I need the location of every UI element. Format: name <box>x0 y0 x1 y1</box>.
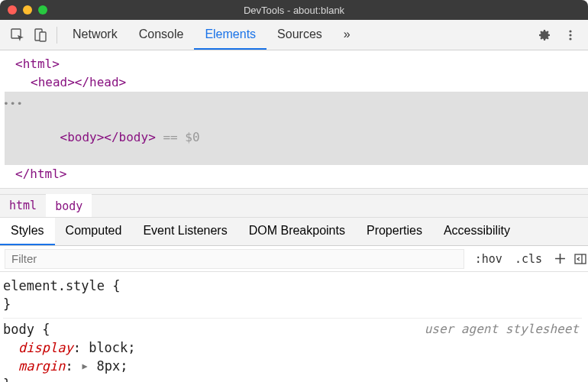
subtab-computed[interactable]: Computed <box>55 218 133 245</box>
window-controls <box>8 5 47 15</box>
styles-filter-bar: :hov .cls <box>0 246 588 272</box>
ellipsis-icon[interactable]: ••• <box>3 95 23 113</box>
main-tabs: Network Console Elements Sources » <box>62 20 361 50</box>
style-block-body[interactable]: user agent stylesheet body { display: bl… <box>3 319 582 382</box>
gear-icon[interactable] <box>533 24 556 46</box>
breadcrumb: html body <box>0 194 588 217</box>
titlebar: DevTools - about:blank <box>0 0 588 20</box>
subtab-dom-breakpoints[interactable]: DOM Breakpoints <box>238 218 356 245</box>
tab-console[interactable]: Console <box>128 20 195 50</box>
subtab-accessibility[interactable]: Accessibility <box>433 218 521 245</box>
separator <box>57 27 57 44</box>
subtab-properties[interactable]: Properties <box>356 218 433 245</box>
tab-elements[interactable]: Elements <box>194 20 267 50</box>
filter-input[interactable] <box>5 249 464 269</box>
zoom-window-button[interactable] <box>38 5 47 15</box>
sidebar-toggle-icon[interactable] <box>568 254 588 264</box>
close-window-button[interactable] <box>8 5 17 15</box>
svg-rect-2 <box>40 32 46 41</box>
subtab-event-listeners[interactable]: Event Listeners <box>132 218 237 245</box>
crumb-html[interactable]: html <box>0 195 46 217</box>
expand-triangle-icon[interactable]: ▶ <box>82 360 87 373</box>
style-property[interactable]: display: block; <box>3 338 582 357</box>
toggle-hov-button[interactable]: :hov <box>469 252 509 266</box>
dom-node-selected[interactable]: ••• <body></body> == $0 <box>5 92 588 165</box>
toggle-cls-button[interactable]: .cls <box>509 252 548 266</box>
style-block-element[interactable]: element.style { } <box>3 275 582 319</box>
svg-point-3 <box>569 30 571 32</box>
window-title: DevTools - about:blank <box>0 5 588 16</box>
main-toolbar: Network Console Elements Sources » <box>0 20 588 50</box>
inspect-element-icon[interactable] <box>6 24 29 46</box>
subtab-styles[interactable]: Styles <box>0 218 55 245</box>
style-selector[interactable]: body <box>3 322 34 337</box>
tab-network[interactable]: Network <box>62 20 128 50</box>
style-property[interactable]: margin: ▶ 8px; <box>3 357 582 375</box>
svg-point-5 <box>569 37 571 40</box>
minimize-window-button[interactable] <box>23 5 32 15</box>
panel-divider[interactable] <box>0 188 588 194</box>
crumb-body[interactable]: body <box>46 194 92 217</box>
tabs-overflow-button[interactable]: » <box>333 20 361 50</box>
kebab-menu-icon[interactable] <box>559 24 582 46</box>
new-style-rule-icon[interactable] <box>548 253 568 264</box>
dom-node[interactable]: </html> <box>5 165 588 183</box>
styles-subtabs: Styles Computed Event Listeners DOM Brea… <box>0 217 588 246</box>
dom-node[interactable]: <head></head> <box>5 73 588 92</box>
tab-sources[interactable]: Sources <box>267 20 333 50</box>
styles-pane: element.style { } user agent stylesheet … <box>0 272 588 382</box>
dom-node[interactable]: <html> <box>5 55 588 73</box>
svg-point-4 <box>569 34 571 36</box>
style-selector[interactable]: element.style <box>3 278 105 293</box>
style-source-label: user agent stylesheet <box>425 320 579 338</box>
device-toolbar-icon[interactable] <box>29 24 52 46</box>
dom-tree[interactable]: <html> <head></head> ••• <body></body> =… <box>0 50 588 188</box>
